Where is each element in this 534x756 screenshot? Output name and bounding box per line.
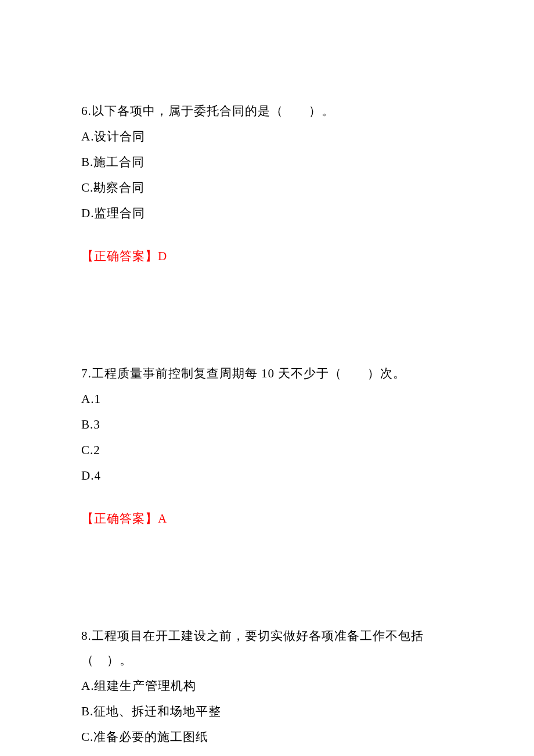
option-d: D.监理合同 [81,201,453,225]
question-text: 8.工程项目在开工建设之前，要切实做好各项准备工作不包括（ ）。 [81,624,453,672]
question-6: 6.以下各项中，属于委托合同的是（ ）。 A.设计合同 B.施工合同 C.勘察合… [81,99,453,268]
question-8: 8.工程项目在开工建设之前，要切实做好各项准备工作不包括（ ）。 A.组建生产管… [81,624,453,756]
option-a: A.1 [81,387,453,411]
option-c: C.2 [81,438,453,462]
answer-block: 【正确答案】D [81,244,453,268]
question-body: 工程项目在开工建设之前，要切实做好各项准备工作不包括（ ）。 [81,629,424,667]
option-a: A.组建生产管理机构 [81,674,453,698]
question-text: 7.工程质量事前控制复查周期每 10 天不少于（ ）次。 [81,361,453,386]
option-b: B.3 [81,412,453,437]
answer-block: 【正确答案】A [81,506,453,531]
question-number: 7. [81,366,92,380]
option-d: D.4 [81,463,453,488]
option-c: C.勘察合同 [81,175,453,200]
question-text: 6.以下各项中，属于委托合同的是（ ）。 [81,99,453,123]
answer-value: A [158,512,167,525]
option-b: B.征地、拆迁和场地平整 [81,699,453,723]
answer-label: 【正确答案】 [81,512,158,525]
question-7: 7.工程质量事前控制复查周期每 10 天不少于（ ）次。 A.1 B.3 C.2… [81,361,453,531]
question-body: 工程质量事前控制复查周期每 10 天不少于（ ）次。 [92,366,406,380]
answer-label: 【正确答案】 [81,249,158,263]
spacer [81,303,453,361]
question-body: 以下各项中，属于委托合同的是（ ）。 [92,104,334,118]
question-number: 6. [81,104,92,118]
question-number: 8. [81,629,92,643]
answer-value: D [158,249,167,263]
option-c: C.准备必要的施工图纸 [81,725,453,749]
spacer [81,566,453,624]
option-b: B.施工合同 [81,150,453,174]
option-d: D.办理工程质量监督和施工许可手续 [81,750,453,756]
option-a: A.设计合同 [81,124,453,149]
